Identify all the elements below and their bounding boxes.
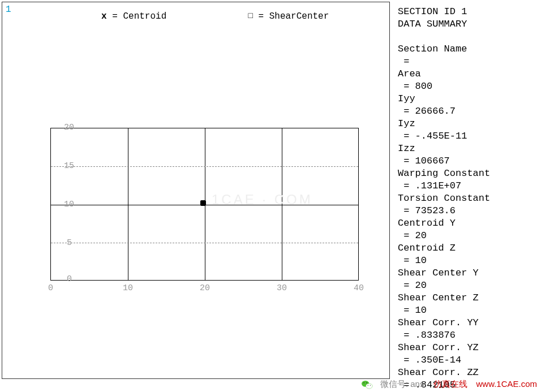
shear-center-z-label: Shear Center Z [398, 292, 534, 304]
izz-label: Izz [398, 143, 534, 155]
svg-point-2 [363, 382, 364, 384]
y-tick-label: 5 [67, 238, 72, 248]
footer-strip: 微信号: ans 仿真在线 www.1CAE.com [362, 379, 537, 390]
legend-centroid: x = Centroid [101, 11, 166, 21]
x-tick-label: 30 [277, 283, 287, 293]
shear-corr-yy-value: = .833876 [398, 329, 534, 342]
y-tick-label: 20 [64, 123, 74, 132]
svg-point-1 [366, 384, 372, 389]
svg-point-5 [370, 385, 371, 386]
data-summary-panel: SECTION ID 1 DATA SUMMARY Section Name =… [398, 6, 534, 391]
iyy-label: Iyy [398, 93, 534, 105]
tors-label: Torsion Constant [398, 192, 534, 205]
warp-label: Warping Constant [398, 167, 534, 180]
grid-vline [282, 128, 282, 280]
section-name-value: = [398, 55, 534, 68]
iyz-label: Iyz [398, 118, 534, 130]
square-marker-icon: □ [248, 11, 252, 20]
x-tick-label: 40 [354, 283, 364, 293]
izz-value: = 106667 [398, 155, 534, 167]
summary-title-2: DATA SUMMARY [398, 18, 534, 31]
grid-dashline [51, 243, 358, 243]
iyy-value: = 26666.7 [398, 105, 534, 118]
centroid-y-value: = 20 [398, 230, 534, 242]
area-value: = 800 [398, 80, 534, 93]
y-tick-label: 0 [67, 274, 72, 284]
section-name-label: Section Name [398, 43, 534, 55]
site-url[interactable]: www.1CAE.com [476, 379, 537, 389]
plot-legend: x = Centroid □ = ShearCenter [101, 11, 329, 21]
grid-vline [128, 128, 128, 280]
window-number: 1 [6, 5, 11, 15]
y-tick-label: 15 [64, 161, 74, 171]
legend-centroid-label: = Centroid [112, 11, 166, 21]
x-marker-icon: x [101, 11, 107, 21]
x-tick-label: 20 [200, 283, 210, 293]
x-tick-label: 10 [123, 283, 133, 293]
plot-panel: 1 x = Centroid □ = ShearCenter 1CAE · CO… [2, 2, 390, 379]
iyz-value: = -.455E-11 [398, 130, 534, 143]
sim-link[interactable]: 仿真在线 [433, 379, 467, 389]
shear-corr-yy-label: Shear Corr. YY [398, 317, 534, 329]
shear-center-y-value: = 20 [398, 279, 534, 292]
warp-value: = .131E+07 [398, 180, 534, 192]
shear-center-z-value: = 10 [398, 304, 534, 317]
shear-corr-yz-label: Shear Corr. YZ [398, 342, 534, 354]
centroid-y-label: Centroid Y [398, 217, 534, 230]
centroid-z-label: Centroid Z [398, 242, 534, 255]
tors-value: = 73523.6 [398, 205, 534, 217]
shear-corr-zz-label: Shear Corr. ZZ [398, 367, 534, 379]
grid-dashline [51, 166, 358, 167]
legend-shear: □ = ShearCenter [248, 11, 329, 21]
svg-point-4 [367, 385, 368, 386]
x-tick-label: 0 [48, 283, 53, 293]
shear-center-y-label: Shear Center Y [398, 267, 534, 279]
wechat-label: 微信号: ans [380, 379, 424, 389]
summary-title-1: SECTION ID 1 [398, 6, 534, 18]
wechat-icon [362, 380, 373, 390]
legend-shear-label: = ShearCenter [258, 11, 329, 21]
centroid-shear-point [200, 200, 206, 206]
centroid-z-value: = 10 [398, 255, 534, 267]
shear-corr-yz-value: = .350E-14 [398, 354, 534, 367]
y-tick-label: 10 [64, 200, 74, 209]
svg-point-3 [366, 382, 367, 384]
area-label: Area [398, 68, 534, 80]
